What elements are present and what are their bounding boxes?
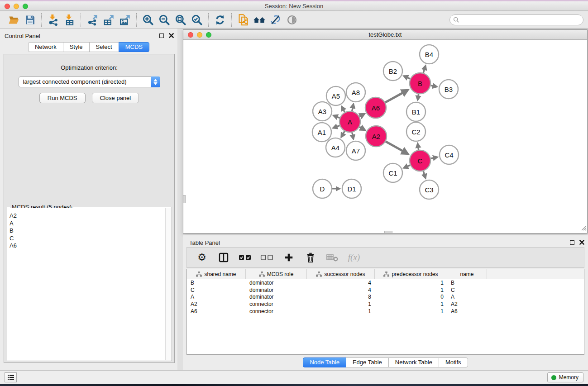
close-panel-icon[interactable] (169, 33, 174, 38)
node-C4[interactable]: C4 (440, 145, 459, 164)
node-C[interactable]: C (410, 150, 430, 171)
node-B[interactable]: B (410, 73, 430, 94)
edge-B-B4[interactable] (423, 66, 425, 73)
edge-A-A5[interactable] (342, 107, 345, 112)
column-header-predecessor-nodes[interactable]: predecessor nodes (375, 269, 447, 279)
run-mcds-button[interactable]: Run MCDS (39, 93, 86, 103)
table-tab-motifs[interactable]: Motifs (439, 357, 468, 367)
node-A8[interactable]: A8 (346, 83, 365, 102)
node-A1[interactable]: A1 (312, 123, 331, 142)
tab-mcds[interactable]: MCDS (119, 42, 149, 52)
node-A6[interactable]: A6 (365, 97, 386, 118)
column-header-successor-nodes[interactable]: successor nodes (307, 269, 375, 279)
table-row[interactable]: Cdominator41C (187, 286, 584, 294)
result-item[interactable]: A (8, 220, 165, 228)
edge-C-C1[interactable] (404, 165, 410, 168)
column-view-icon[interactable] (215, 249, 232, 266)
zoom-in-icon[interactable] (140, 13, 156, 27)
table-tab-node-table[interactable]: Node Table (303, 357, 346, 367)
show-graphics-details-icon[interactable] (284, 13, 300, 27)
node-B4[interactable]: B4 (420, 45, 439, 64)
edge-A6-B[interactable] (385, 90, 407, 102)
table-row[interactable]: A6connector11A6 (187, 308, 584, 315)
unselect-all-columns-icon[interactable] (258, 249, 276, 266)
bottom-splitter-handle[interactable] (384, 231, 392, 233)
close-window-icon[interactable] (5, 4, 10, 9)
add-column-icon[interactable] (280, 249, 297, 266)
result-item[interactable]: A6 (8, 242, 165, 250)
criterion-dropdown[interactable]: largest connected component (directed) (19, 76, 160, 87)
zoom-fit-icon[interactable] (172, 13, 189, 27)
zoom-network-window-icon[interactable] (206, 32, 211, 38)
delete-column-icon[interactable] (302, 249, 319, 266)
node-D1[interactable]: D1 (342, 179, 361, 198)
import-network-icon[interactable] (45, 13, 61, 27)
delete-table-icon[interactable] (324, 249, 341, 266)
tab-network[interactable]: Network (28, 42, 63, 52)
tab-style[interactable]: Style (63, 42, 90, 52)
edge-B-B1[interactable] (418, 94, 419, 100)
edge-C-C3[interactable] (423, 171, 425, 178)
node-A2[interactable]: A2 (366, 126, 387, 147)
network-canvas[interactable]: B4B2BB3A5A8A6B1A3AC2A1A2A4A7C4CC1C3DD1 (183, 40, 587, 233)
edge-A-A3[interactable] (334, 116, 339, 118)
memory-button[interactable]: Memory (547, 372, 583, 382)
column-header-mcds-role[interactable]: MCDS role (246, 269, 307, 279)
result-item[interactable]: A2 (8, 212, 165, 220)
edge-A-A4[interactable] (341, 131, 344, 137)
zoom-selected-icon[interactable] (189, 13, 205, 27)
export-image-icon[interactable] (117, 13, 133, 27)
left-splitter-handle[interactable] (183, 195, 186, 203)
node-A3[interactable]: A3 (313, 102, 332, 121)
hubba-houses-icon[interactable] (251, 13, 268, 27)
new-network-from-selection-icon[interactable] (235, 13, 251, 27)
table-row[interactable]: A2connector11A2 (187, 300, 584, 308)
node-A5[interactable]: A5 (326, 86, 345, 105)
node-C3[interactable]: C3 (420, 180, 439, 199)
result-item[interactable]: B (8, 227, 165, 235)
table-tab-edge-table[interactable]: Edge Table (346, 357, 389, 367)
function-builder-icon[interactable]: f(x) (345, 249, 363, 266)
table-row[interactable]: Adominator80A (187, 294, 584, 301)
node-C2[interactable]: C2 (406, 122, 425, 141)
mcds-result-list[interactable]: A2ABCA6 (8, 208, 165, 360)
tab-select[interactable]: Select (89, 42, 119, 52)
open-session-icon[interactable] (5, 13, 22, 27)
result-scrollbar[interactable] (165, 208, 171, 360)
export-network-icon[interactable] (84, 13, 100, 27)
float-table-panel-icon[interactable] (570, 240, 574, 245)
minimize-window-icon[interactable] (14, 4, 19, 9)
save-session-icon[interactable] (22, 13, 38, 27)
task-history-button[interactable] (5, 372, 17, 382)
result-item[interactable]: C (8, 235, 165, 243)
edge-A2-C[interactable] (386, 142, 407, 154)
float-panel-icon[interactable] (159, 33, 164, 38)
node-A4[interactable]: A4 (326, 138, 345, 157)
table-tab-network-table[interactable]: Network Table (388, 357, 439, 367)
search-input[interactable] (449, 14, 583, 25)
node-B3[interactable]: B3 (439, 80, 458, 99)
zoom-out-icon[interactable] (156, 13, 172, 27)
import-table-icon[interactable] (61, 13, 77, 27)
export-table-icon[interactable] (100, 13, 117, 27)
edge-A-A7[interactable] (352, 133, 354, 139)
edge-B-B3[interactable] (431, 86, 437, 87)
table-settings-icon[interactable]: ⚙ (193, 249, 210, 266)
node-C1[interactable]: C1 (383, 163, 402, 182)
node-A[interactable]: A (339, 111, 360, 132)
column-header-name[interactable]: name (447, 269, 487, 279)
edge-C-C2[interactable] (418, 144, 419, 150)
node-A7[interactable]: A7 (346, 141, 365, 160)
select-all-columns-icon[interactable] (237, 249, 254, 266)
edge-A-A8[interactable] (352, 104, 354, 111)
edge-A-A1[interactable] (333, 125, 339, 128)
zoom-window-icon[interactable] (23, 4, 28, 9)
table-row[interactable]: Bdominator41B (187, 279, 584, 286)
node-B1[interactable]: B1 (406, 102, 425, 121)
minimize-network-window-icon[interactable] (197, 32, 202, 38)
node-B2[interactable]: B2 (383, 62, 402, 81)
close-network-window-icon[interactable] (188, 32, 193, 38)
edge-C-C4[interactable] (431, 157, 437, 158)
close-table-panel-icon[interactable] (579, 240, 584, 245)
edge-A-A6[interactable] (359, 114, 364, 117)
